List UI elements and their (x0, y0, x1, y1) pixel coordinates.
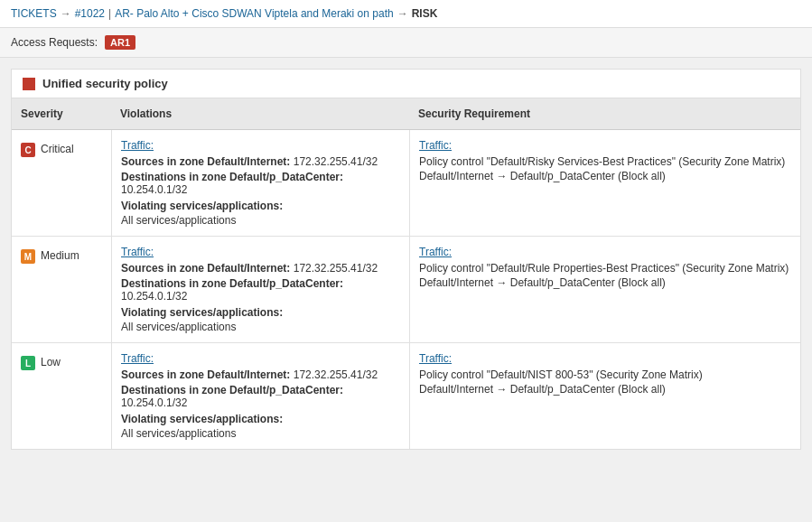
low-icon: L (21, 356, 35, 370)
table-header: Severity Violations Security Requirement (12, 98, 800, 130)
services-label-medium: Violating services/applications: (121, 306, 400, 319)
policy-panel: Unified security policy Severity Violati… (11, 69, 801, 450)
traffic-link-low-violations[interactable]: Traffic: (121, 352, 154, 365)
traffic-link-low-req[interactable]: Traffic: (419, 352, 452, 365)
table-row: C Critical Traffic: Sources in zone Defa… (12, 130, 800, 237)
severity-cell-low: L Low (12, 343, 111, 449)
services-value-critical: All services/applications (121, 214, 400, 227)
medium-label: Medium (41, 249, 79, 262)
breadcrumb-separator-1: → (61, 7, 71, 20)
critical-icon: C (21, 143, 35, 157)
breadcrumb-tickets-link[interactable]: TICKETS (11, 7, 57, 20)
security-req-cell-critical: Traffic: Policy control "Default/Risky S… (409, 130, 800, 236)
breadcrumb-ticket-detail-link[interactable]: AR- Palo Alto + Cisco SDWAN Viptela and … (115, 7, 393, 20)
security-req-cell-medium: Traffic: Policy control "Default/Rule Pr… (409, 237, 800, 342)
path-text-low: Default/Internet → Default/p_DataCenter … (419, 383, 791, 396)
breadcrumb-separator-3: → (397, 7, 408, 20)
policy-header: Unified security policy (12, 70, 800, 98)
col-violations: Violations (111, 104, 409, 124)
access-requests-bar: Access Requests: AR1 (0, 28, 812, 58)
col-security-req: Security Requirement (409, 104, 800, 124)
sources-detail-low: Sources in zone Default/Internet: 172.32… (121, 368, 400, 381)
main-content: Unified security policy Severity Violati… (0, 58, 812, 461)
critical-label: Critical (41, 143, 74, 155)
medium-icon: M (21, 249, 35, 264)
traffic-link-medium-req[interactable]: Traffic: (419, 246, 452, 258)
services-value-medium: All services/applications (121, 321, 400, 333)
services-label-critical: Violating services/applications: (121, 200, 400, 212)
path-text-critical: Default/Internet → Default/p_DataCenter … (419, 170, 791, 182)
policy-text-low: Policy control "Default/NIST 800-53" (Se… (419, 368, 791, 381)
policy-header-icon (23, 78, 35, 90)
ar-badge[interactable]: AR1 (105, 35, 135, 50)
low-label: Low (41, 356, 61, 368)
security-req-cell-low: Traffic: Policy control "Default/NIST 80… (409, 343, 800, 449)
violations-cell-critical: Traffic: Sources in zone Default/Interne… (111, 130, 409, 236)
severity-cell-medium: M Medium (12, 237, 111, 342)
destinations-detail-medium: Destinations in zone Default/p_DataCente… (121, 277, 400, 303)
sources-detail-critical: Sources in zone Default/Internet: 172.32… (121, 155, 400, 168)
violations-cell-medium: Traffic: Sources in zone Default/Interne… (111, 237, 409, 342)
policy-text-medium: Policy control "Default/Rule Properties-… (419, 262, 791, 275)
table-row: L Low Traffic: Sources in zone Default/I… (12, 343, 800, 449)
traffic-link-critical-violations[interactable]: Traffic: (121, 139, 154, 152)
access-requests-label: Access Requests: (11, 36, 98, 49)
severity-cell-critical: C Critical (12, 130, 111, 236)
services-value-low: All services/applications (121, 427, 400, 440)
policy-text-critical: Policy control "Default/Risky Services-B… (419, 155, 791, 168)
breadcrumb-separator-2: | (108, 7, 111, 20)
violations-cell-low: Traffic: Sources in zone Default/Interne… (111, 343, 409, 449)
path-text-medium: Default/Internet → Default/p_DataCenter … (419, 276, 791, 289)
table-row: M Medium Traffic: Sources in zone Defaul… (12, 237, 800, 343)
breadcrumb: TICKETS → #1022 | AR- Palo Alto + Cisco … (0, 0, 812, 28)
destinations-detail-low: Destinations in zone Default/p_DataCente… (121, 384, 400, 409)
col-severity: Severity (12, 104, 111, 124)
breadcrumb-ticket-link[interactable]: #1022 (75, 7, 105, 20)
traffic-link-medium-violations[interactable]: Traffic: (121, 246, 154, 258)
services-label-low: Violating services/applications: (121, 413, 400, 425)
traffic-link-critical-req[interactable]: Traffic: (419, 139, 452, 152)
destinations-detail-critical: Destinations in zone Default/p_DataCente… (121, 171, 400, 196)
policy-title: Unified security policy (42, 77, 168, 90)
breadcrumb-current: RISK (412, 7, 438, 20)
sources-detail-medium: Sources in zone Default/Internet: 172.32… (121, 262, 400, 275)
